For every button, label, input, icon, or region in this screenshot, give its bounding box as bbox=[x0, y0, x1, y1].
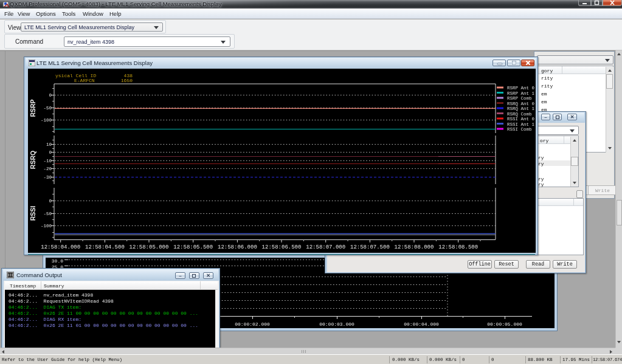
svg-text:-100: -100 bbox=[41, 118, 52, 123]
svg-text:1650: 1650 bbox=[121, 78, 133, 83]
svg-text:12:58:07.500: 12:58:07.500 bbox=[350, 244, 390, 250]
svg-text:-50: -50 bbox=[43, 211, 52, 216]
svg-text:RSSI Comb: RSSI Comb bbox=[507, 127, 532, 132]
svg-text:-20: -20 bbox=[43, 167, 52, 171]
svg-text:12:58:06.000: 12:58:06.000 bbox=[218, 244, 257, 250]
svg-text:0: 0 bbox=[49, 93, 52, 98]
svg-text:12:58:08.500: 12:58:08.500 bbox=[438, 244, 478, 250]
svg-text:RSRQ Comb: RSRQ Comb bbox=[507, 112, 532, 117]
svg-text:12:58:04.500: 12:58:04.500 bbox=[85, 244, 125, 250]
svg-text:00:00:04.000: 00:00:04.000 bbox=[404, 321, 439, 327]
svg-text:0: 0 bbox=[49, 199, 52, 204]
svg-text:-50: -50 bbox=[43, 106, 52, 111]
svg-text:12:58:05.500: 12:58:05.500 bbox=[173, 244, 213, 250]
svg-text:RSRQ Ant 1: RSRQ Ant 1 bbox=[507, 106, 535, 111]
svg-text:E-ARFCN: E-ARFCN bbox=[74, 78, 95, 83]
svg-text:RSRP: RSRP bbox=[29, 99, 36, 117]
svg-text:12:58:07.000: 12:58:07.000 bbox=[306, 244, 345, 250]
svg-text:RSRP Ant 1: RSRP Ant 1 bbox=[507, 91, 535, 96]
svg-text:10: 10 bbox=[46, 142, 52, 147]
svg-text:12:58:04.000: 12:58:04.000 bbox=[41, 244, 80, 250]
svg-text:12:58:05.000: 12:58:05.000 bbox=[130, 244, 169, 250]
svg-text:RSSI Ant 1: RSSI Ant 1 bbox=[507, 122, 535, 127]
svg-text:RSRQ Ant 0: RSRQ Ant 0 bbox=[507, 101, 535, 106]
svg-text:00:00:02.000: 00:00:02.000 bbox=[235, 321, 270, 327]
svg-text:-30: -30 bbox=[43, 175, 52, 180]
svg-text:RSSI: RSSI bbox=[29, 206, 36, 221]
svg-text:00:00:05.000: 00:00:05.000 bbox=[487, 321, 522, 327]
svg-text:30.0: 30.0 bbox=[52, 258, 63, 264]
svg-text:RSRQ: RSRQ bbox=[29, 151, 36, 169]
svg-text:-100: -100 bbox=[41, 224, 52, 228]
svg-text:12:58:06.500: 12:58:06.500 bbox=[262, 244, 302, 250]
svg-text:RSSI Ant 0: RSSI Ant 0 bbox=[507, 117, 535, 122]
svg-text:RSRP Comb: RSRP Comb bbox=[507, 96, 532, 101]
svg-text:12:58:08.000: 12:58:08.000 bbox=[395, 244, 434, 250]
svg-text:RSRP Ant 0: RSRP Ant 0 bbox=[507, 86, 535, 91]
svg-text:00:00:03.000: 00:00:03.000 bbox=[319, 321, 354, 327]
svg-text:0: 0 bbox=[49, 150, 52, 155]
svg-text:-10: -10 bbox=[43, 159, 52, 163]
